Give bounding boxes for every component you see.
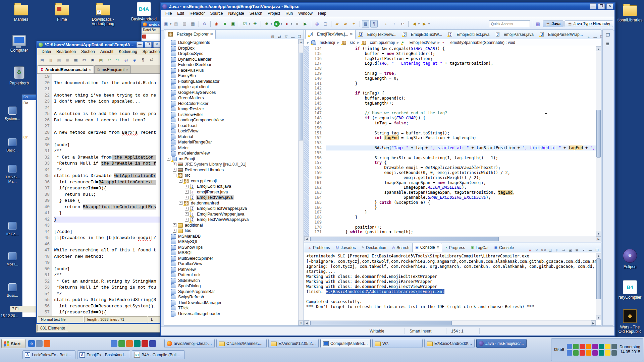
mark-occurrences-icon[interactable]: ▩ (362, 20, 369, 27)
print-icon[interactable]: ▦ (72, 56, 79, 64)
editor-tab-emojiparser-java[interactable]: JemojiParser.java (492, 30, 536, 39)
close-icon[interactable]: ⊠ (437, 246, 439, 249)
launcher-5-icon[interactable] (142, 340, 148, 347)
new-test-icon[interactable]: ☑ (241, 20, 249, 27)
tree-item-imageresizer[interactable]: ImageResizer (164, 106, 304, 112)
open-perspective-icon[interactable]: ▦ (534, 20, 542, 27)
expander-icon[interactable]: − (167, 157, 170, 161)
maximize-icon[interactable]: ❐ (297, 35, 302, 39)
skip-all-breakpoints-icon[interactable]: ⊘ (201, 20, 208, 27)
undo-icon[interactable]: ↶ (106, 56, 113, 64)
android-sdk-manager-icon[interactable]: ■ (221, 20, 228, 27)
tree-item-squareprogressbar[interactable]: SquareProgressBar (164, 289, 304, 295)
tree-item-emojiparserwrapper-java[interactable]: +JEmojiParserWrapper.java (164, 212, 304, 217)
editor-tab-emojiedittext-java[interactable]: JEmojiEditText.java (445, 30, 492, 39)
tray-icon[interactable] (580, 350, 585, 356)
tree-item-fancybtn[interactable]: FancyBtn (164, 73, 304, 79)
launcher-6-icon[interactable] (149, 340, 156, 347)
expander-icon[interactable]: + (185, 185, 189, 188)
menu-item-kodierung[interactable]: Kodierung (116, 49, 140, 55)
firefox-icon[interactable] (44, 340, 50, 347)
save-icon[interactable]: ▦ (55, 56, 63, 64)
tray-icon[interactable] (611, 344, 617, 349)
menu-item-refactor[interactable]: Refactor (187, 10, 207, 16)
collapse-all-icon[interactable]: ⊟ (270, 35, 275, 39)
forward-icon[interactable]: ▶ (421, 20, 428, 27)
menu-item-suchen[interactable]: Suchen (79, 49, 97, 55)
launcher-1-icon[interactable] (111, 340, 117, 347)
print-icon[interactable]: ▦ (189, 20, 197, 27)
scrollbar-vertical[interactable]: ▲▼ (596, 46, 601, 236)
minimize-icon[interactable]: — (588, 248, 593, 252)
restore-view-icon[interactable]: ❐ (604, 31, 611, 39)
link-with-editor-icon[interactable]: ⇄ (277, 35, 282, 39)
close-icon[interactable]: ⊠ (350, 33, 353, 36)
menu-item-ansicht[interactable]: Ansicht (98, 49, 116, 55)
tree-item-referenced-libraries[interactable]: +Referenced Libraries (164, 167, 304, 173)
tree-item-emojitextviewwrapper-java[interactable]: +JEmojiTextViewWrapper.java (164, 217, 304, 223)
console-tab-declaration[interactable]: ✎Declaration (359, 243, 389, 252)
menu-item-project[interactable]: Project (265, 10, 282, 16)
tree-item-emojitextview-java[interactable]: +JEmojiTextView.java (164, 195, 304, 200)
tree-item-msmysql[interactable]: MSMySQL (164, 239, 304, 245)
bookmark-icon[interactable] (142, 35, 146, 39)
tray-icon[interactable] (605, 344, 610, 349)
tree-item-meter[interactable]: Meter (164, 145, 304, 151)
scrollbar-vertical[interactable]: ▲▼ (596, 253, 601, 320)
open-file-icon[interactable]: ▥ (47, 56, 54, 64)
menu-item-edit[interactable]: Edit (175, 10, 186, 16)
tray-icon[interactable] (599, 350, 604, 356)
close-icon[interactable]: ✕ (126, 68, 128, 71)
tree-item-emojiparser-java[interactable]: +JemojiParser.java (164, 189, 304, 195)
close-button[interactable]: ✕ (153, 42, 160, 48)
tree-item-dialogfragments[interactable]: DialogFragments (164, 40, 304, 46)
expander-icon[interactable]: + (173, 163, 176, 166)
tray-icon[interactable] (599, 344, 604, 349)
prev-annotation-icon[interactable]: ↑ (390, 20, 398, 27)
desktop-icon-filme[interactable]: Filme (44, 2, 80, 22)
tree-item-extendedseekbar[interactable]: ExtendedSeekbar (164, 62, 304, 68)
desktop-icon-papierkorb[interactable]: Papierkorb (1, 66, 38, 85)
tree-item-lock9view[interactable]: Lock9View (164, 128, 304, 134)
tray-icon[interactable] (580, 344, 585, 349)
editor-tab-emojitextview-j-[interactable]: JEmojiTextView.j...⊠ (305, 29, 356, 39)
tree-item-jre-system-library-jre1-8-0-31-[interactable]: +JRE System Library [jre1.8.0_31] (164, 162, 304, 167)
menu-item-help[interactable]: Help (316, 10, 329, 16)
tree-item-loadtoast[interactable]: LoadToast (164, 123, 304, 129)
tab-androidresources.txt[interactable]: 🗋AndroidResources.txt✕ (38, 65, 94, 73)
tray-icon[interactable] (592, 344, 598, 349)
next-annotation-icon[interactable]: ↓ (382, 20, 389, 27)
tree-item-dropboxsync[interactable]: DropboxSync (164, 51, 304, 57)
tray-icon[interactable] (567, 350, 572, 356)
tray-icon[interactable] (605, 350, 610, 356)
taskbar-button-b4a-compile-build-def-[interactable]: B4B4A - Compile (Build: Def... (132, 350, 185, 359)
tree-item-dynamiccalendar[interactable]: DynamicCalendar (164, 57, 304, 62)
display-console-icon[interactable]: 🖳 (574, 248, 580, 252)
new-wizard-2-icon[interactable]: ✦ (350, 20, 358, 27)
editor-tab-emojiparserwrap-[interactable]: JEmojiParserWrap... (537, 30, 586, 39)
taskbar-button-c-users-mannes-works-[interactable]: C:\Users\Mannes\works... (216, 339, 267, 348)
close-icon[interactable]: ⊠ (210, 33, 213, 36)
new-test-dropdown-icon[interactable]: ▾ (249, 22, 250, 25)
profile-dropdown-icon[interactable]: ▾ (291, 22, 292, 25)
menu-item-search[interactable]: Search (247, 10, 265, 16)
tree-item-emojiedittext-java[interactable]: +JEmojiEditText.java (164, 184, 304, 189)
console-tab-search[interactable]: ◎Search (389, 243, 412, 252)
tree-item-faceplusplus[interactable]: FacePlusPlus (164, 68, 304, 73)
desktop-icon-wars-the-old-republic[interactable]: Wars - The Old Republic (616, 309, 643, 334)
tree-item-msshowtips[interactable]: MSShowTips (164, 245, 304, 250)
scroll-lock-icon[interactable]: ⇩ (554, 248, 559, 252)
menu-item-run[interactable]: Run (283, 10, 295, 16)
console-tab-console[interactable]: ▣Console⊠ (412, 243, 442, 252)
search-icon[interactable]: ◎ (313, 20, 321, 27)
open-console-icon[interactable]: ▾ (581, 248, 586, 252)
tray-icon[interactable] (586, 350, 591, 356)
menu-item-bearbeiten[interactable]: Bearbeiten (54, 49, 78, 55)
firefox-window[interactable]: arvida Datei Be (141, 21, 162, 42)
desktop-icon-edge[interactable]: System... (2, 107, 23, 121)
taskbar-button-e-android-12-05-2015-[interactable]: E:\Android\12.05.2015\... (268, 339, 319, 348)
breadcrumb-item[interactable]: msEmoji (311, 40, 335, 45)
tree-item-weekview[interactable]: WeekView (164, 316, 304, 317)
expander-icon[interactable]: − (179, 201, 182, 205)
new-wizard-icon[interactable]: ▣ (162, 20, 170, 27)
